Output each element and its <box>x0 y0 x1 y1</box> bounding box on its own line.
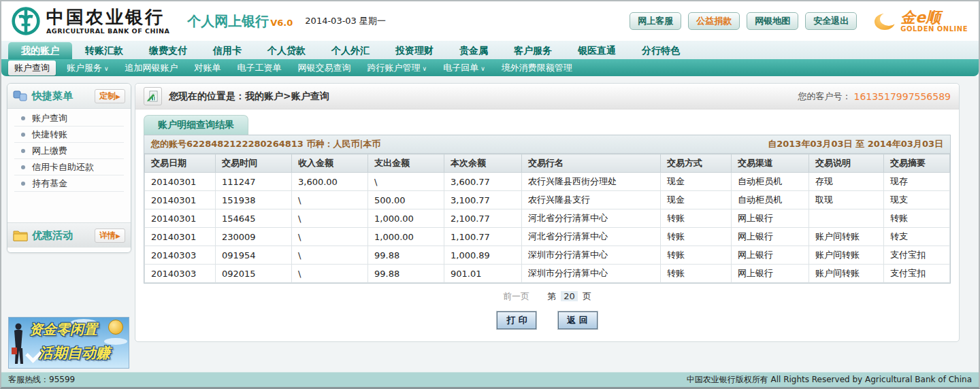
table-cell: 农行兴隆县西街分理处 <box>522 173 661 191</box>
print-button[interactable]: 打 印 <box>497 311 536 329</box>
table-cell: 20140301 <box>145 228 216 246</box>
breadcrumb-bar: 您现在的位置是：我的账户>账户查询 您的客户号： 161351799755658… <box>135 84 959 109</box>
sidebar-item-credit-repay[interactable]: 信用卡自助还款 <box>14 159 124 175</box>
subnav-account-service[interactable]: 账户服务∨ <box>59 62 117 74</box>
subnav-account-query[interactable]: 账户查询 <box>8 61 56 75</box>
back-button[interactable]: 返 回 <box>558 311 598 329</box>
golden-logo-cn: 金e顺 <box>900 10 968 25</box>
table-cell: \ <box>292 228 368 246</box>
table-cell: 20140301 <box>145 173 216 191</box>
table-cell: \ <box>292 246 368 265</box>
table-cell: 河北省分行清算中心 <box>522 228 661 246</box>
table-cell: 深圳市分行清算中心 <box>522 265 661 283</box>
quick-menu-header: 快捷菜单 定制▶ <box>7 84 131 109</box>
subnav-statement[interactable]: 对账单 <box>186 62 229 74</box>
tab-credit-card[interactable]: 信用卡 <box>200 42 255 59</box>
footer: 客服热线：95599 中国农业银行版权所有 All Rights Reserve… <box>1 372 979 387</box>
product-title-block: 个人网上银行 V6.0 <box>187 12 293 31</box>
bank-name-en: AGRICULTURAL BANK OF CHINA <box>46 27 169 35</box>
tab-branch-features[interactable]: 分行特色 <box>629 42 693 59</box>
table-cell: \ <box>292 265 368 283</box>
chevron-down-icon: ∨ <box>104 65 109 72</box>
arrow-right-icon: ▶ <box>116 233 120 239</box>
current-date: 2014-03-03 星期一 <box>305 15 386 27</box>
sidebar-item-online-payment[interactable]: 网上缴费 <box>14 143 124 159</box>
sidebar-item-account-query[interactable]: 账户查询 <box>14 110 124 126</box>
tab-personal-loan[interactable]: 个人贷款 <box>255 42 318 59</box>
table-cell: 转账 <box>661 265 732 283</box>
prev-page-link[interactable]: 前一页 <box>503 291 529 301</box>
tab-personal-forex[interactable]: 个人外汇 <box>318 42 382 59</box>
table-cell: 自动柜员机 <box>732 191 809 209</box>
golden-logo-en: GOLDEN ONLINE <box>900 25 968 33</box>
table-cell: 111247 <box>216 173 292 191</box>
table-cell: 901.01 <box>444 265 522 283</box>
subnav-interbank-mgmt[interactable]: 跨行账户管理∨ <box>359 62 436 74</box>
tab-customer-service[interactable]: 客户服务 <box>501 42 565 59</box>
table-cell: 092015 <box>216 265 292 283</box>
table-cell: 网上银行 <box>732 228 809 246</box>
bullet-icon <box>21 149 25 153</box>
promo-banner-ad[interactable]: 资金零闲置 活期自动赚 <box>8 317 129 369</box>
promo-header: 优惠活动 详情▶ <box>7 222 131 248</box>
table-cell: 转账 <box>661 209 732 228</box>
table-cell: 网上银行 <box>732 265 809 283</box>
tab-my-account[interactable]: 我的账户 <box>8 42 72 59</box>
col-header: 收入金额 <box>292 154 368 173</box>
hotline: 客服热线：95599 <box>8 374 75 386</box>
subnav-transaction-query[interactable]: 网银交易查询 <box>290 62 359 74</box>
tab-bank-medical[interactable]: 银医直通 <box>565 42 629 59</box>
result-tab[interactable]: 账户明细查询结果 <box>144 115 248 135</box>
table-cell: 99.88 <box>368 265 444 283</box>
chevron-down-icon: ∨ <box>423 65 427 72</box>
table-cell: 账户间转账 <box>809 265 884 283</box>
quick-menu-icon <box>13 90 28 102</box>
charity-donation-button[interactable]: 公益捐款 <box>688 12 740 30</box>
col-header: 交易方式 <box>661 154 732 173</box>
page-prefix: 第 <box>547 291 556 301</box>
table-cell: 500.00 <box>368 191 444 209</box>
table-cell: \ <box>368 173 444 191</box>
bank-name-block: 中国农业银行 AGRICULTURAL BANK OF CHINA <box>46 8 169 35</box>
table-cell: 存现 <box>809 173 884 191</box>
table-cell: 河北省分行清算中心 <box>522 209 661 228</box>
table-cell: 151938 <box>216 191 292 209</box>
tab-precious-metal[interactable]: 贵金属 <box>446 42 501 59</box>
col-header: 支出金额 <box>368 154 444 173</box>
table-cell: 网上银行 <box>732 246 809 265</box>
col-header: 本次余额 <box>444 154 522 173</box>
sidebar-item-funds-held[interactable]: 持有基金 <box>14 175 124 192</box>
tab-transfer[interactable]: 转账汇款 <box>72 42 136 59</box>
sidebar-item-quick-transfer[interactable]: 快捷转账 <box>14 126 124 143</box>
online-service-button[interactable]: 网上客服 <box>630 12 681 30</box>
person-figure <box>12 323 27 365</box>
col-header: 交易日期 <box>145 154 216 173</box>
table-header-row: 交易日期 交易时间 收入金额 支出金额 本次余额 交易行名 交易方式 交易渠道 … <box>145 154 950 173</box>
content-area: 快捷菜单 定制▶ 账户查询 快捷转账 网上缴费 信用卡自助还款 持有基金 优惠活… <box>1 76 979 372</box>
customize-button[interactable]: 定制▶ <box>95 89 125 103</box>
col-header: 交易时间 <box>216 154 292 173</box>
subnav-e-receipt[interactable]: 电子回单∨ <box>435 62 493 74</box>
bullet-icon <box>21 133 25 137</box>
sub-nav: 账户查询 账户服务∨ 追加网银账户 对账单 电子工资单 网银交易查询 跨行账户管… <box>1 59 979 76</box>
table-cell: 091954 <box>216 246 292 265</box>
table-cell: 1,000.00 <box>368 228 444 246</box>
table-cell: 转账 <box>884 209 950 228</box>
bank-name-cn: 中国农业银行 <box>46 8 169 26</box>
tab-payment[interactable]: 缴费支付 <box>136 42 200 59</box>
table-cell: 网上银行 <box>732 209 809 228</box>
col-header: 交易行名 <box>522 154 661 173</box>
subnav-add-account[interactable]: 追加网银账户 <box>117 62 186 74</box>
safe-exit-button[interactable]: 安全退出 <box>805 12 857 30</box>
table-row: 20140303 091954 \ 99.88 1,000.89 深圳市分行清算… <box>145 246 950 265</box>
bank-map-button[interactable]: 网银地图 <box>747 12 798 30</box>
table-cell: 3,100.77 <box>444 191 522 209</box>
subnav-overseas-limit[interactable]: 境外消费限额管理 <box>493 62 581 74</box>
tab-investment[interactable]: 投资理财 <box>382 42 446 59</box>
promo-detail-button[interactable]: 详情▶ <box>95 229 125 243</box>
table-cell: \ <box>292 191 368 209</box>
subnav-e-payslip[interactable]: 电子工资单 <box>229 62 290 74</box>
customer-no-label: 您的客户号： <box>798 90 851 103</box>
crescent-icon <box>875 11 898 31</box>
table-cell: 99.88 <box>368 246 444 265</box>
